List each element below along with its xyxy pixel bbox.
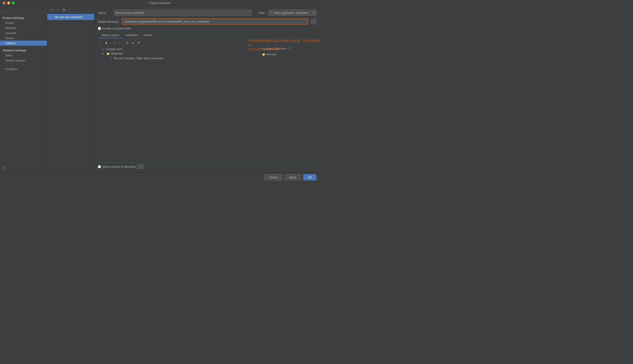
- webinf-label: WEB-INF: [111, 52, 123, 55]
- type-label: Type:: [259, 11, 266, 14]
- available-header: Available Elements ?: [262, 47, 316, 50]
- window-title: Project Structure: [149, 1, 171, 4]
- toolbar-down-button[interactable]: ▼: [136, 40, 141, 45]
- tree-item-output-root[interactable]: ⬡ <output root>: [98, 47, 257, 51]
- toolbar-remove-button[interactable]: −: [117, 40, 122, 45]
- tab-maven[interactable]: Maven: [141, 32, 155, 38]
- chevron-down-icon: ▾: [313, 11, 315, 14]
- bottom-bar: Cancel Apply OK: [0, 172, 320, 182]
- minimize-button[interactable]: [7, 2, 10, 4]
- toolbar-separator2: [123, 41, 124, 44]
- back-arrow[interactable]: ‹: [2, 9, 5, 13]
- toolbar-separator: [110, 41, 110, 44]
- right-panel: Name: Type: ⬡ Web Application: Exploded …: [95, 6, 320, 172]
- expand-arrow-icon: ▶: [102, 52, 105, 55]
- available-help-icon[interactable]: ?: [288, 47, 291, 50]
- output-root-label: <output root>: [106, 48, 122, 51]
- sidebar-item-facets[interactable]: Facets: [0, 36, 47, 40]
- sidebar-item-project[interactable]: Project: [0, 20, 47, 26]
- ok-button[interactable]: OK: [303, 174, 316, 180]
- show-content-checkbox[interactable]: [98, 165, 101, 168]
- type-icon: ⬡: [270, 11, 272, 14]
- sidebar-item-problems[interactable]: Problems: [0, 66, 47, 72]
- copy-artifact-button[interactable]: ⧉: [61, 8, 66, 12]
- name-label: Name:: [98, 11, 111, 14]
- right-available: Available Elements ? 📁 life-ssm: [259, 47, 316, 162]
- output-dir-input[interactable]: [122, 18, 308, 24]
- dots-button[interactable]: ...: [137, 164, 143, 169]
- avail-folder-icon: 📁: [262, 53, 265, 56]
- tree-item-webinf[interactable]: ▶ 📁 WEB-INF: [102, 51, 257, 56]
- sidebar-item-artifacts[interactable]: Artifacts: [0, 40, 47, 46]
- available-label: Available Elements: [262, 47, 286, 50]
- output-row: Output directory: …: [98, 18, 316, 24]
- project-settings-header: Project Settings: [0, 15, 47, 20]
- forward-arrow[interactable]: ›: [6, 9, 8, 13]
- sidebar-item-modules[interactable]: Modules: [0, 26, 47, 30]
- artifact-name: life-ssm:war exploded: [55, 15, 82, 19]
- sidebar-bottom: ?: [0, 164, 47, 172]
- toolbar-sort-button[interactable]: ⇅: [125, 40, 130, 45]
- show-content-row: Show content of elements ...: [98, 162, 316, 169]
- remove-artifact-button[interactable]: −: [55, 8, 60, 12]
- left-tree: ⬡ <output root> ▶ 📁 WEB-INF ⬡ 'life-ssm'…: [98, 47, 259, 162]
- show-content-label: Show content of elements: [103, 165, 136, 168]
- facet-icon: ⬡: [110, 57, 112, 60]
- window-controls: [3, 2, 15, 4]
- apply-button[interactable]: Apply: [285, 174, 301, 180]
- folder-icon: 📁: [106, 52, 110, 55]
- sidebar-item-sdks[interactable]: SDKs: [0, 53, 47, 58]
- toolbar-up-button[interactable]: ▲: [131, 40, 135, 45]
- title-bar: Project Structure: [0, 0, 320, 6]
- sidebar: ‹ › Project Settings Project Modules Lib…: [0, 6, 47, 172]
- browse-button[interactable]: …: [311, 19, 316, 24]
- toolbar-icon1-button[interactable]: ⬚: [98, 40, 103, 45]
- sidebar-item-global-libraries[interactable]: Global Libraries: [0, 58, 47, 63]
- tree-item-facet-resources[interactable]: ⬡ 'life-ssm' module: 'Web' facet resourc…: [106, 56, 257, 60]
- sidebar-item-libraries[interactable]: Libraries: [0, 30, 47, 36]
- close-button[interactable]: [3, 2, 6, 4]
- toolbar-icon2-button[interactable]: ▮: [104, 40, 109, 45]
- add-artifact-button[interactable]: +: [49, 8, 54, 12]
- maximize-button[interactable]: [12, 2, 15, 4]
- artifact-item[interactable]: ⬡ life-ssm:war exploded: [47, 14, 94, 20]
- cancel-button[interactable]: Cancel: [264, 174, 282, 180]
- artifact-list-panel: + − ⧉ ⬡ life-ssm:war exploded: [47, 6, 95, 172]
- include-row: Include in project build: [98, 27, 316, 30]
- output-dir-label: Output directory:: [98, 20, 119, 23]
- platform-settings-header: Platform Settings: [0, 48, 47, 53]
- avail-item-life-ssm[interactable]: 📁 life-ssm: [262, 52, 316, 57]
- name-input[interactable]: [114, 10, 252, 16]
- avail-label: life-ssm: [267, 53, 277, 56]
- tabs-row: Output Layout Validation Maven: [98, 32, 316, 38]
- name-row: Name: Type: ⬡ Web Application: Exploded …: [98, 10, 316, 16]
- help-button[interactable]: ?: [2, 166, 6, 170]
- toolbar-add-button[interactable]: +: [111, 40, 116, 45]
- output-root-icon: ⬡: [102, 48, 104, 51]
- tab-validation[interactable]: Validation: [122, 32, 141, 38]
- content-columns: ⬡ <output root> ▶ 📁 WEB-INF ⬡ 'life-ssm'…: [98, 47, 316, 162]
- tab-output-layout[interactable]: Output Layout: [98, 32, 122, 38]
- type-value: Web Application: Exploded: [274, 11, 308, 14]
- include-checkbox[interactable]: [98, 27, 101, 30]
- main-layout: ‹ › Project Settings Project Modules Lib…: [0, 6, 320, 172]
- artifact-toolbar: + − ⧉: [47, 6, 94, 14]
- type-select[interactable]: ⬡ Web Application: Exploded ▾: [268, 10, 316, 16]
- artifact-icon: ⬡: [50, 15, 53, 19]
- content-toolbar: ⬚ ▮ + − ⇅ ▲ ▼: [98, 40, 316, 45]
- facet-label: 'life-ssm' module: 'Web' facet resources: [113, 57, 163, 60]
- include-label: Include in project build: [102, 27, 131, 30]
- nav-row: ‹ ›: [0, 8, 47, 15]
